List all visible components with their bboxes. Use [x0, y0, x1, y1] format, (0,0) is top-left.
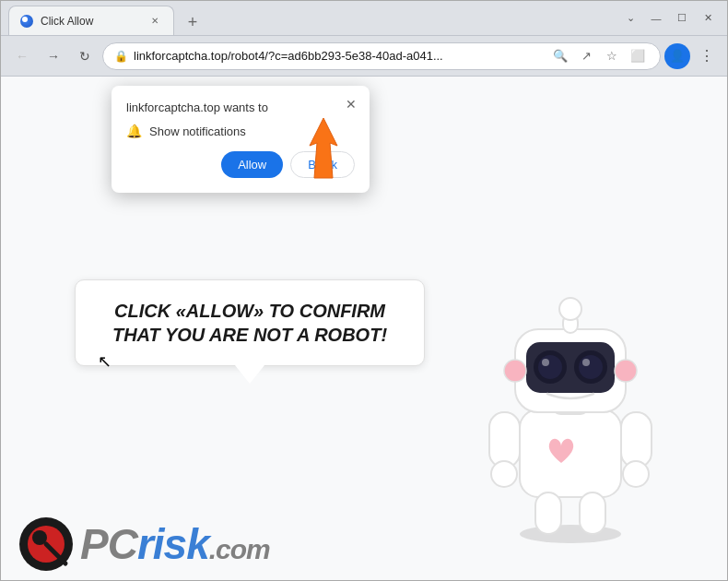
browser-window: Click Allow ✕ + ⌄ — ☐ ✕ ← → ↻ 🔒 linkforc… — [0, 0, 728, 581]
window-controls: ⌄ — ☐ ✕ — [618, 6, 720, 30]
profile-button[interactable]: 👤 — [664, 43, 690, 69]
address-bar[interactable]: 🔒 linkforcaptcha.top/robot4/?c=ad6bb293-… — [102, 42, 661, 70]
popup-header: linkforcaptcha.top wants to — [126, 101, 355, 114]
popup-notification-text: Show notifications — [149, 125, 246, 138]
share-icon[interactable]: ↗ — [575, 45, 597, 67]
popup-buttons: Allow Block — [126, 151, 355, 178]
svg-rect-8 — [580, 492, 605, 534]
lock-icon: 🔒 — [114, 50, 128, 63]
svg-rect-3 — [489, 412, 520, 468]
svg-point-20 — [504, 360, 526, 382]
svg-rect-5 — [621, 412, 652, 468]
active-tab[interactable]: Click Allow ✕ — [8, 6, 174, 35]
window-minimize-button2[interactable]: — — [644, 6, 668, 30]
tab-title: Click Allow — [41, 15, 140, 28]
speech-bubble-text: CLICK «ALLOW» TO CONFIRM THAT YOU ARE NO… — [98, 299, 402, 347]
back-button[interactable]: ← — [8, 42, 36, 70]
address-actions: 🔍 ↗ ☆ ⬜ — [549, 45, 649, 67]
nav-bar: ← → ↻ 🔒 linkforcaptcha.top/robot4/?c=ad6… — [1, 36, 727, 77]
speech-bubble: CLICK «ALLOW» TO CONFIRM THAT YOU ARE NO… — [75, 279, 425, 366]
svg-point-1 — [520, 525, 621, 543]
window-minimize-button[interactable]: ⌄ — [618, 6, 642, 30]
pcrisk-text: PCrisk.com — [80, 523, 270, 565]
tab-group: Click Allow ✕ + — [8, 1, 613, 35]
address-text: linkforcaptcha.top/robot4/?c=ad6bb293-5e… — [134, 49, 544, 63]
svg-point-16 — [542, 359, 549, 366]
svg-point-12 — [559, 298, 581, 320]
pcrisk-logo: PCrisk.com — [19, 517, 270, 571]
notification-popup: ✕ linkforcaptcha.top wants to 🔔 Show not… — [112, 86, 370, 193]
content-area: ✕ linkforcaptcha.top wants to 🔔 Show not… — [1, 77, 727, 580]
new-tab-button[interactable]: + — [180, 9, 205, 35]
menu-button[interactable]: ⋮ — [694, 43, 720, 69]
robot-illustration — [469, 267, 672, 543]
svg-point-18 — [579, 355, 603, 379]
forward-button[interactable]: → — [40, 42, 67, 70]
svg-point-4 — [491, 461, 517, 487]
svg-rect-7 — [535, 492, 561, 534]
pcrisk-icon — [19, 517, 73, 571]
allow-button[interactable]: Allow — [221, 151, 283, 178]
svg-point-21 — [615, 360, 637, 382]
tab-favicon — [20, 15, 33, 28]
bell-icon: 🔔 — [126, 124, 142, 138]
title-bar: Click Allow ✕ + ⌄ — ☐ ✕ — [1, 1, 727, 36]
bookmark-icon[interactable]: ☆ — [601, 45, 623, 67]
block-button[interactable]: Block — [290, 151, 355, 178]
window-maximize-button[interactable]: ☐ — [670, 6, 694, 30]
svg-point-19 — [582, 359, 590, 366]
extension-icon[interactable]: ⬜ — [627, 45, 649, 67]
search-icon[interactable]: 🔍 — [549, 45, 571, 67]
popup-close-button[interactable]: ✕ — [342, 95, 360, 113]
tab-close-button[interactable]: ✕ — [147, 14, 162, 29]
reload-button[interactable]: ↻ — [71, 42, 99, 70]
popup-notification-row: 🔔 Show notifications — [126, 124, 355, 138]
svg-point-15 — [538, 355, 562, 379]
svg-point-6 — [623, 461, 649, 487]
window-close-button[interactable]: ✕ — [696, 6, 720, 30]
